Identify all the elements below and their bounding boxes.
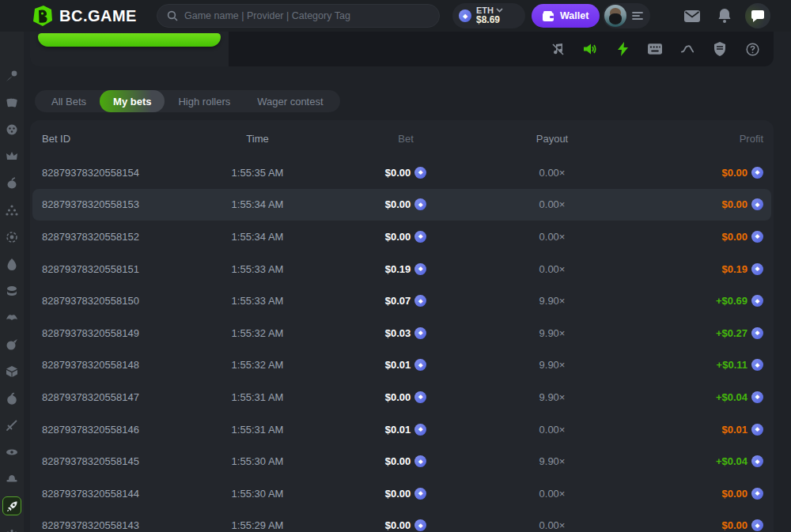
sidebar-game-comet-icon[interactable] [6,69,19,82]
top-navbar: BC.GAME ◆ ETH $8.69 Wallet [0,0,791,32]
wallet-button[interactable]: Wallet [532,4,600,28]
bet-profit: $0.00 [721,231,747,243]
help-icon[interactable] [745,42,759,56]
table-row[interactable]: 82879378320558148 1:55:32 AM $0.01◆ 9.90… [30,349,774,382]
eth-coin-icon: ◆ [414,424,426,436]
bet-time: 1:55:33 AM [184,263,331,275]
sound-icon[interactable] [583,42,597,56]
sidebar-game-coins-icon[interactable] [6,284,19,297]
bet-time: 1:55:34 AM [184,198,331,210]
column-header-bet: Bet [331,133,481,145]
eth-coin-icon: ◆ [751,327,763,339]
chat-button[interactable] [745,3,770,28]
eth-coin-icon: ◆ [751,295,763,307]
bet-id: 82879378320558147 [30,391,184,403]
table-row[interactable]: 82879378320558143 1:55:29 AM $0.00◆ 0.00… [30,510,774,532]
sidebar-game-plinko-icon[interactable] [6,203,19,217]
bet-payout: 9.90× [481,327,623,339]
sidebar-game-ufo-icon[interactable] [6,445,19,458]
messages-button[interactable] [683,8,701,24]
bet-profit: +$0.04 [716,391,747,403]
bet-amount: $0.00 [385,455,411,467]
sidebar-game-dragon-icon[interactable] [6,311,19,324]
bet-payout: 9.90× [481,455,623,467]
bet-amount: $0.00 [385,231,411,243]
table-row[interactable]: 82879378320558145 1:55:30 AM $0.00◆ 9.90… [30,445,774,477]
sidebar-game-box-icon[interactable] [6,364,19,378]
eth-coin-icon: ◆ [414,391,426,403]
bet-time: 1:55:29 AM [184,519,331,531]
column-header-bet-id: Bet ID [30,133,184,145]
hotkeys-keyboard-icon[interactable] [648,42,662,56]
tab-my-bets[interactable]: My bets [100,90,165,112]
chevron-down-icon [496,8,503,13]
sidebar-game-sword-icon[interactable] [6,418,19,432]
bet-amount: $0.07 [385,295,411,307]
sidebar-game-paw-icon[interactable] [6,526,19,532]
profile-menu-icon [632,12,643,20]
bet-id: 82879378320558146 [30,424,184,436]
place-bet-button[interactable] [38,33,221,47]
game-search-bar[interactable] [157,4,440,28]
sidebar-game-fruit-icon[interactable] [6,176,19,190]
table-row[interactable]: 82879378320558154 1:55:35 AM $0.00◆ 0.00… [30,157,774,189]
sidebar-game-crown-icon[interactable] [6,149,19,163]
sidebar-game-egg-icon[interactable] [6,257,19,270]
eth-coin-icon: ◆ [414,488,426,500]
bet-payout: 9.90× [481,359,623,371]
bet-id: 82879378320558145 [30,455,184,467]
bet-payout: 0.00× [481,519,623,531]
table-row[interactable]: 82879378320558144 1:55:30 AM $0.00◆ 0.00… [30,477,774,510]
eth-coin-icon: ◆ [751,424,763,436]
mail-icon [684,10,700,22]
bet-profit: $0.00 [721,167,747,179]
column-header-time: Time [184,133,331,145]
turbo-lightning-icon[interactable] [615,42,630,56]
bet-amount: $0.00 [385,519,411,531]
eth-coin-icon: ◆ [414,231,426,243]
bet-id: 82879378320558150 [30,295,184,307]
wallet-icon [543,11,554,21]
table-row[interactable]: 82879378320558151 1:55:33 AM $0.19◆ 0.00… [30,253,774,285]
sidebar-game-cards-icon[interactable] [6,96,19,109]
fairness-shield-icon[interactable] [713,42,727,56]
bets-tabs: All Bets My bets High rollers Wager cont… [35,90,340,112]
tab-all-bets[interactable]: All Bets [38,90,100,112]
sidebar-game-hat-icon[interactable] [6,472,19,485]
eth-coin-icon: ◆ [751,167,763,179]
brand-logo[interactable]: BC.GAME [32,5,137,27]
currency-selector[interactable]: ◆ ETH $8.69 [452,3,525,28]
eth-coin-icon: ◆ [414,519,426,531]
bet-payout: 0.00× [481,167,623,179]
sidebar-game-rocket-icon-active[interactable] [2,496,21,515]
sidebar-game-horned-ball-icon[interactable] [6,338,19,351]
bet-time: 1:55:30 AM [184,488,331,500]
eth-coin-icon: ◆ [459,9,471,22]
tab-high-rollers[interactable]: High rollers [165,90,244,112]
bet-id: 82879378320558143 [30,519,184,531]
notifications-button[interactable] [716,8,733,24]
table-row[interactable]: 82879378320558147 1:55:31 AM $0.00◆ 9.90… [30,381,774,413]
table-row[interactable]: 82879378320558146 1:55:31 AM $0.01◆ 0.00… [30,413,774,446]
trends-wave-icon[interactable] [680,42,694,56]
eth-coin-icon: ◆ [751,231,763,243]
wallet-button-label: Wallet [560,10,589,21]
table-row[interactable]: 82879378320558152 1:55:34 AM $0.00◆ 0.00… [30,221,774,253]
table-row[interactable]: 82879378320558150 1:55:33 AM $0.07◆ 9.90… [30,285,774,317]
search-input[interactable] [184,10,430,21]
music-off-icon[interactable] [551,42,565,56]
bet-time: 1:55:31 AM [184,424,331,436]
bet-profit: +$0.27 [716,327,747,339]
sidebar-game-wheel-icon[interactable] [6,230,19,243]
table-row-highlighted[interactable]: 82879378320558153 1:55:34 AM $0.00◆ 0.00… [30,189,774,221]
bet-id: 82879378320558148 [30,359,184,371]
profile-menu[interactable] [603,3,650,28]
bet-amount: $0.00 [385,198,411,210]
sidebar-game-keno-bomb-icon[interactable] [6,391,19,405]
tab-wager-contest[interactable]: Wager contest [244,90,336,112]
eth-coin-icon: ◆ [414,295,426,307]
sidebar-game-dice-ball-icon[interactable] [6,123,19,136]
bet-time: 1:55:33 AM [184,295,331,307]
wallet-balance: $8.69 [476,15,503,26]
table-row[interactable]: 82879378320558149 1:55:32 AM $0.03◆ 9.90… [30,317,774,349]
